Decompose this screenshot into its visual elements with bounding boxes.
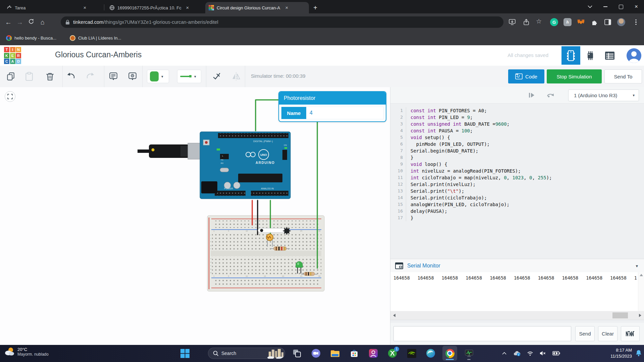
weather-widget[interactable]: 20°CMayorm. nublado	[4, 347, 49, 357]
wire-check-icon[interactable]	[212, 72, 221, 81]
photoresistor-popup[interactable]: Photoresistor Name	[278, 91, 386, 122]
popup-name-input[interactable]	[306, 107, 383, 119]
reload-icon[interactable]	[25, 18, 37, 26]
schematic-view-button[interactable]	[581, 46, 600, 65]
svg-text:i: i	[210, 237, 211, 239]
start-button[interactable]	[180, 349, 190, 359]
serial-input[interactable]	[393, 326, 571, 341]
edge-button[interactable]	[423, 346, 438, 361]
onedrive-cloud-icon[interactable]	[513, 351, 521, 356]
tab-close-icon[interactable]: ×	[284, 5, 290, 11]
teams-chat-button[interactable]	[309, 346, 323, 361]
logo-letter: R	[16, 53, 21, 58]
home-icon[interactable]: ⌂	[37, 18, 48, 26]
serial-monitor-header[interactable]: Serial Monitor ▾	[390, 259, 644, 273]
h-extension-icon[interactable]: h	[564, 18, 572, 26]
serial-graph-button[interactable]	[621, 326, 640, 341]
user-avatar[interactable]	[627, 48, 641, 63]
serial-vertical-scrollbar[interactable]	[638, 272, 644, 311]
new-tab-button[interactable]: +	[307, 2, 324, 13]
browser-menu-icon[interactable]	[632, 18, 640, 26]
serial-horizontal-scrollbar[interactable]	[390, 311, 644, 320]
nvidia-button[interactable]	[404, 346, 419, 361]
back-icon[interactable]: ←	[3, 18, 14, 26]
tab-circuit-design[interactable]: Circuit design Glorious Curcan-A ×	[205, 2, 309, 13]
persona-app-button[interactable]	[366, 346, 381, 361]
tab-close-icon[interactable]: ×	[184, 5, 191, 11]
volume-muted-icon[interactable]	[540, 351, 546, 356]
bookmark-star-icon[interactable]: ☆	[536, 17, 542, 25]
breadboard-view-button[interactable]	[561, 46, 580, 65]
photoresistor-component[interactable]	[266, 234, 273, 241]
task-manager-button[interactable]	[462, 346, 476, 361]
tab-close-icon[interactable]: ×	[82, 5, 88, 11]
clock-time: 8:17 AM	[610, 347, 632, 353]
component-list-view-button[interactable]	[600, 46, 619, 65]
tab-practica[interactable]: 1699901677255-PrĂ¡ctica 10. Fot ×	[106, 2, 209, 13]
serial-clear-button[interactable]: Clear	[598, 326, 618, 341]
stop-simulation-button[interactable]: Stop Simulation	[547, 69, 602, 83]
design-title[interactable]: Glorious Curcan-Amberis	[55, 50, 142, 59]
copy-icon[interactable]	[6, 72, 15, 81]
breadboard[interactable]: 115510101515202025253030 jihgfedcba	[207, 216, 324, 291]
redo-icon[interactable]	[86, 72, 95, 81]
undo-icon[interactable]	[66, 72, 76, 81]
rotate-icon[interactable]	[546, 92, 554, 99]
svg-text:c: c	[210, 264, 211, 266]
tab-search-chevron-icon[interactable]	[582, 0, 598, 13]
extensions-puzzle-icon[interactable]	[590, 18, 598, 26]
serial-collapse-caret[interactable]: ▾	[636, 263, 638, 268]
delete-icon[interactable]	[45, 72, 55, 81]
notifications-button[interactable]	[635, 350, 642, 358]
forward-icon[interactable]: →	[14, 18, 25, 26]
url-omnibox[interactable]: tinkercad.com/things/gx7UMaY3Ze1-gloriou…	[61, 16, 503, 28]
send-to-button[interactable]: Send To	[604, 69, 642, 83]
scrollbar-thumb[interactable]	[612, 312, 628, 318]
chat-icon	[311, 349, 321, 358]
battery-icon[interactable]	[552, 351, 560, 356]
taskbar-search[interactable]: Search	[208, 348, 285, 359]
circuit-canvas[interactable]: DIGITAL (PWM~) UNO ARDUINO L TX RX POWER…	[0, 87, 390, 345]
arduino-uno[interactable]: DIGITAL (PWM~) UNO ARDUINO L TX RX POWER…	[138, 132, 290, 199]
popup-title[interactable]: Photoresistor	[279, 92, 386, 105]
serial-monitor-output[interactable]: 1646581646581646581646581646581646581646…	[390, 272, 644, 311]
grammarly-extension-icon[interactable]: G	[550, 18, 558, 26]
install-app-icon[interactable]	[508, 19, 516, 25]
code-editor[interactable]: 1const int PIN_FOTORES = A0;2const int P…	[390, 103, 644, 263]
tinkercad-logo[interactable]: TINKERCAD	[4, 47, 21, 64]
debug-step-icon[interactable]	[528, 92, 535, 99]
paste-icon[interactable]	[24, 72, 34, 81]
light-slider-knob[interactable]	[260, 229, 263, 232]
wire-style-dropdown[interactable]: ▾	[177, 70, 201, 83]
task-view-button[interactable]	[289, 346, 304, 361]
share-icon[interactable]	[523, 19, 530, 25]
flip-icon[interactable]	[231, 72, 241, 81]
tab-tarea[interactable]: Tarea ×	[3, 2, 109, 13]
code-button[interactable]: Code	[508, 69, 544, 83]
bookmark-item[interactable]: hello bendy - Busca...	[6, 35, 56, 41]
window-maximize-button[interactable]	[613, 0, 629, 13]
side-panel-icon[interactable]	[604, 18, 612, 26]
inspect-icon[interactable]	[128, 72, 137, 81]
code-line: 4const int PAUSA = 100;	[390, 127, 644, 134]
color-dropdown[interactable]: ▾	[147, 70, 169, 83]
microsoft-store-button[interactable]	[347, 346, 362, 361]
notes-icon[interactable]	[109, 72, 118, 81]
chrome-button[interactable]	[442, 346, 457, 361]
serial-send-button[interactable]: Send	[575, 326, 595, 341]
tray-chevron-icon[interactable]	[502, 352, 507, 355]
file-explorer-button[interactable]	[328, 346, 342, 361]
window-close-button[interactable]: ×	[629, 0, 644, 13]
metamask-extension-icon[interactable]	[577, 18, 585, 26]
board-selector-dropdown[interactable]: 1 (Arduino Uno R3)▾	[568, 89, 639, 101]
resistor-2[interactable]	[304, 272, 315, 276]
profile-avatar[interactable]	[617, 18, 625, 26]
xbox-button[interactable]: 1	[385, 346, 400, 361]
resistor-1[interactable]	[274, 247, 286, 250]
bookmark-item[interactable]: Club LIA | Líderes In...	[70, 35, 121, 41]
label-power: POWER	[224, 187, 233, 190]
wifi-icon[interactable]	[527, 351, 533, 356]
window-minimize-button[interactable]	[598, 0, 613, 13]
taskbar-clock[interactable]: 8:17 AM 11/15/2023	[610, 347, 632, 359]
label-tx: TX	[221, 159, 223, 161]
